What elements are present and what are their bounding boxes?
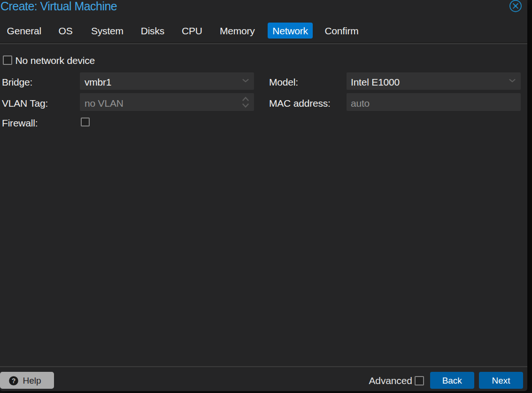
svg-text:?: ? bbox=[12, 377, 16, 385]
